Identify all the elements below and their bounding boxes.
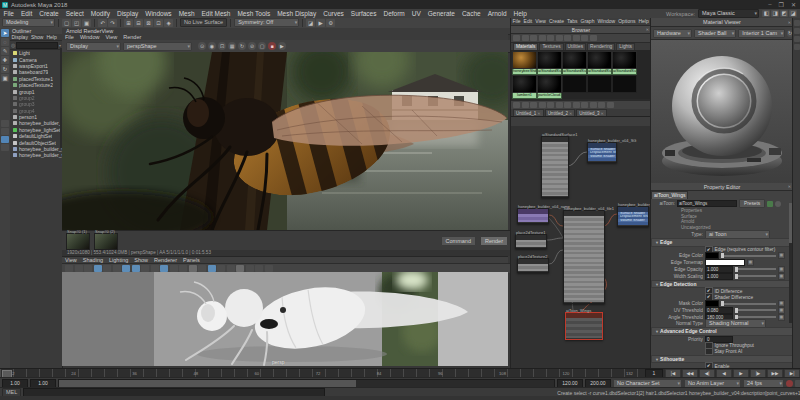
menu-item[interactable]: Cache	[458, 9, 484, 18]
editor-tab[interactable]: Untitled_1 ✕	[513, 109, 544, 116]
node-shading-group[interactable]: honeybee_builder_v04_SG Surface ShaderDi…	[587, 142, 617, 163]
new-scene-icon[interactable]: ▢	[62, 19, 71, 27]
node-place2dtexture-1[interactable]: place2dTexture1	[515, 234, 547, 249]
list-view-icon[interactable]	[539, 35, 546, 41]
channel-box-tab-icon[interactable]	[794, 36, 800, 42]
render-view-icon[interactable]: ◪	[306, 19, 315, 27]
layout-four-pane-button[interactable]	[1, 128, 9, 135]
live-surface-indicator[interactable]: No Live Surface	[180, 18, 227, 27]
modeling-toolkit-tab-icon[interactable]	[794, 44, 800, 50]
browser-tab[interactable]: Materials	[513, 43, 538, 50]
hypershade-menu-item[interactable]: View	[534, 18, 548, 25]
save-scene-icon[interactable]: ▣	[82, 19, 91, 27]
viewport-toolbar-icon[interactable]	[113, 265, 121, 272]
viewport-toolbar-icon[interactable]	[246, 265, 254, 272]
menu-item[interactable]: Edit	[17, 9, 35, 18]
tool-settings-toggle-icon[interactable]: ◨	[771, 10, 779, 17]
refresh-render-icon[interactable]: ↻	[238, 42, 246, 50]
filter-icon[interactable]	[547, 35, 554, 41]
layout-two-pane-button[interactable]	[1, 144, 9, 151]
close-tab-icon[interactable]: ✕	[569, 111, 572, 116]
viewport-toolbar-icon[interactable]	[198, 265, 206, 272]
snapshot-thumbnail-1[interactable]: Snap#0 (1)	[66, 233, 90, 250]
viewer-geometry-dropdown[interactable]: Shader Ball	[694, 29, 736, 38]
attribute-editor-toggle-icon[interactable]: ◧	[762, 10, 770, 17]
editor-tab[interactable]: Untitled_2 ✕	[545, 109, 576, 116]
render-settings-icon[interactable]: ⚙	[326, 19, 335, 27]
select-tool-icon[interactable]: ➤	[1, 29, 9, 37]
viewport-toolbar-icon[interactable]	[84, 265, 92, 272]
grid-view-icon[interactable]	[530, 35, 537, 41]
browser-tab[interactable]: Textures	[539, 43, 563, 50]
viewport-toolbar-icon[interactable]	[227, 265, 235, 272]
editor-tab[interactable]: Untitled_3 ✕	[576, 109, 607, 116]
menu-item[interactable]: Display	[113, 9, 141, 18]
render-image[interactable]	[62, 52, 508, 230]
model-viewport[interactable]: persp	[62, 272, 508, 366]
close-tab-icon[interactable]: ✕	[537, 111, 540, 116]
uv-threshold-slider[interactable]	[735, 309, 776, 311]
render-button[interactable]: Render	[480, 236, 508, 246]
normal-type-dropdown[interactable]: Shading Normal	[705, 319, 766, 328]
viewport-toolbar-icon[interactable]	[189, 265, 197, 272]
outliner-menu-item[interactable]: Help	[45, 34, 58, 41]
outliner-menu-item[interactable]: Display	[10, 34, 29, 41]
pin-icon[interactable]	[573, 35, 580, 41]
rearrange-graph-icon[interactable]	[547, 102, 554, 108]
frame-selected-icon[interactable]	[564, 102, 571, 108]
hypershade-menu-item[interactable]: Help	[637, 18, 650, 25]
bookmark-icon[interactable]	[607, 102, 614, 108]
outliner-item[interactable]: honeybee_builder_v04k	[10, 152, 62, 158]
browser-tab[interactable]: Lights	[616, 43, 635, 50]
redo-icon[interactable]: ↷	[108, 19, 117, 27]
node-shading-group-2[interactable]: honeybee_builder_v04_SG1 Surface ShaderD…	[617, 206, 649, 227]
material-swatch[interactable]	[587, 75, 612, 99]
node-name-field[interactable]: aiToon_Wings	[677, 200, 737, 207]
edge-opacity-slider[interactable]	[735, 268, 776, 270]
open-scene-icon[interactable]: ◰	[72, 19, 81, 27]
map-icon[interactable]: ▦	[778, 252, 785, 259]
viewport-toolbar-icon[interactable]	[255, 265, 263, 272]
help-icon[interactable]	[590, 35, 597, 41]
material-swatch-honeybeeShd[interactable]: honeybeeShd	[512, 51, 537, 75]
viewport-toolbar-icon[interactable]	[179, 265, 187, 272]
material-swatch-particleCloud1[interactable]: particleCloud1	[537, 75, 562, 99]
output-connections-icon[interactable]	[522, 102, 529, 108]
menu-item[interactable]: Help	[510, 9, 530, 18]
menu-item[interactable]: Mesh	[175, 9, 198, 18]
snapshot-icon[interactable]: ⊙	[198, 42, 206, 50]
menu-item[interactable]: Deform	[380, 9, 408, 18]
panel-close-icon[interactable]: ✕	[646, 27, 649, 32]
modeling-toolkit-toggle-icon[interactable]: ◪	[789, 10, 797, 17]
node-graph[interactable]: aiStandardSurface1 honeybee_builder_v04_…	[511, 126, 651, 368]
layout-persp-outliner-button[interactable]	[1, 136, 9, 143]
layout-single-pane-button[interactable]	[1, 120, 9, 127]
crop-icon[interactable]: ▢	[258, 42, 266, 50]
section-silhouette[interactable]: Silhouette	[651, 355, 793, 364]
width-scaling-slider[interactable]	[735, 275, 776, 277]
node-file-texture[interactable]: honeybee_builder_v04_file1	[563, 210, 605, 304]
tool-settings-tab-icon[interactable]	[794, 28, 800, 34]
menu-item[interactable]: UV	[408, 9, 424, 18]
viewport-toolbar-icon[interactable]	[103, 265, 111, 272]
property-node-tab[interactable]: aiToon_Wings	[651, 191, 688, 199]
material-swatch-aiStandardSu1[interactable]: aiStandardSu1	[537, 51, 562, 75]
sort-icon[interactable]	[522, 35, 529, 41]
width-scaling-field[interactable]: 1.000	[705, 273, 733, 280]
lasso-tool-icon[interactable]: ◌	[1, 38, 9, 46]
show-hide-icon[interactable]	[767, 201, 773, 207]
angle-threshold-slider[interactable]	[735, 316, 776, 318]
shader-ball-preview[interactable]	[651, 40, 793, 184]
menu-item[interactable]: File	[0, 9, 17, 18]
make-live-icon[interactable]: ◈	[164, 19, 173, 27]
snap-plane-icon[interactable]: ⊡	[154, 19, 163, 27]
isolate-selected-icon[interactable]: ⊘	[248, 42, 256, 50]
material-swatch[interactable]	[612, 75, 637, 99]
outliner-item[interactable]: group4	[10, 108, 62, 114]
stop-render-icon[interactable]: ■	[268, 42, 276, 50]
section-advanced-edge-control[interactable]: Advanced Edge Control	[651, 327, 793, 336]
hypershade-menu-item[interactable]: Tabs	[565, 18, 579, 25]
viewport-toolbar-icon[interactable]	[65, 265, 73, 272]
outliner-menu-item[interactable]: Show	[29, 34, 45, 41]
start-ipr-icon[interactable]: ▶	[278, 42, 286, 50]
